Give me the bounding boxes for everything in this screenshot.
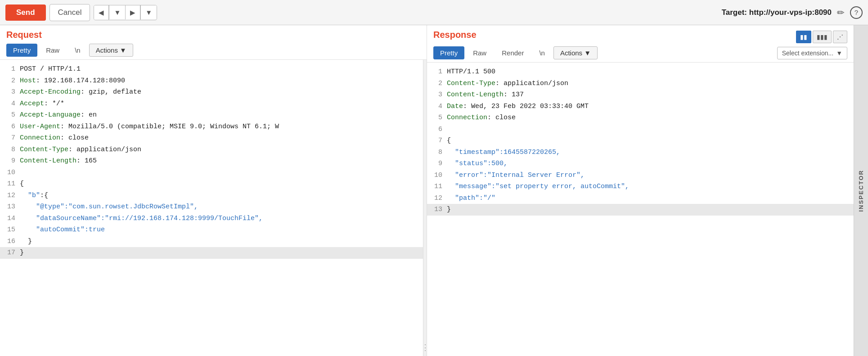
view-toggle-grid[interactable]: ⋰ <box>833 31 847 43</box>
response-panel: Response ▮▮ ▮▮▮ ⋰ Pretty Raw Render \n A… <box>427 25 854 356</box>
line-number: 3 <box>431 89 442 101</box>
code-line: 4Accept: */* <box>0 98 423 110</box>
line-content: Connection: close <box>20 132 419 144</box>
line-content: Accept-Encoding: gzip, deflate <box>20 86 419 98</box>
toolbar-right: Target: http://your-vps-ip:8090 ✏ ? <box>722 6 863 19</box>
nav-forward-button[interactable]: ▶ <box>126 5 140 20</box>
code-line: 7{ <box>427 135 854 147</box>
line-number: 16 <box>4 236 15 248</box>
code-line: 5Connection: close <box>427 112 854 124</box>
response-tab-newline[interactable]: \n <box>532 46 552 59</box>
request-title: Request <box>6 30 420 40</box>
line-content: Content-Length: 165 <box>20 155 419 167</box>
line-number: 17 <box>4 247 15 259</box>
request-panel: Request Pretty Raw \n Actions ▼ 1POST / … <box>0 25 427 356</box>
edit-target-button[interactable]: ✏ <box>837 7 845 18</box>
line-content: "path":"/" <box>447 193 850 204</box>
line-content: Accept: */* <box>20 98 419 110</box>
line-content: Content-Type: application/json <box>20 144 419 156</box>
line-number: 8 <box>431 147 442 158</box>
view-toggle-list[interactable]: ▮▮▮ <box>813 31 832 43</box>
line-number: 13 <box>4 201 15 213</box>
line-number: 5 <box>431 112 442 124</box>
request-tab-actions[interactable]: Actions ▼ <box>89 44 133 57</box>
code-line: 4Date: Wed, 23 Feb 2022 03:33:40 GMT <box>427 101 854 113</box>
nav-back-dropdown-button[interactable]: ▼ <box>109 5 126 19</box>
line-content: "status":500, <box>447 158 850 170</box>
code-line: 3Accept-Encoding: gzip, deflate <box>0 86 423 98</box>
line-number: 14 <box>4 213 15 225</box>
code-line: 14 "dataSourceName":"rmi://192.168.174.1… <box>0 213 423 225</box>
response-actions-chevron-icon: ▼ <box>584 49 591 57</box>
view-toggles: ▮▮ ▮▮▮ ⋰ <box>796 31 847 43</box>
line-content: Host: 192.168.174.128:8090 <box>20 75 419 87</box>
help-button[interactable]: ? <box>850 6 863 19</box>
line-number: 13 <box>431 204 442 216</box>
nav-forward-dropdown-button[interactable]: ▼ <box>140 5 157 19</box>
line-content: Connection: close <box>447 112 850 124</box>
toolbar: Send Cancel ◀ ▼ ▶ ▼ Target: http://your-… <box>0 0 868 25</box>
main-area: Request Pretty Raw \n Actions ▼ 1POST / … <box>0 25 868 356</box>
code-line: 1HTTP/1.1 500 <box>427 66 854 78</box>
line-number: 6 <box>431 124 442 135</box>
toolbar-left: Send Cancel ◀ ▼ ▶ ▼ <box>5 4 157 21</box>
code-line: 7Connection: close <box>0 132 423 144</box>
request-code-content: 1POST / HTTP/1.12Host: 192.168.174.128:8… <box>0 60 423 262</box>
line-content: Accept-Language: en <box>20 109 419 121</box>
response-panel-header: Response ▮▮ ▮▮▮ ⋰ Pretty Raw Render \n A… <box>427 25 854 63</box>
line-number: 4 <box>431 101 442 113</box>
line-number: 9 <box>4 155 15 167</box>
inspector-sidebar: INSPECTOR <box>854 25 868 356</box>
line-number: 2 <box>4 75 15 87</box>
response-tab-pretty[interactable]: Pretty <box>433 46 464 59</box>
line-content: "autoCommit":true <box>20 224 419 236</box>
response-tab-render[interactable]: Render <box>495 46 531 59</box>
code-line: 12 "b":{ <box>0 190 423 202</box>
line-content: HTTP/1.1 500 <box>447 66 850 78</box>
line-number: 10 <box>431 170 442 181</box>
code-line: 10 <box>0 167 423 179</box>
code-line: 12 "path":"/" <box>427 193 854 204</box>
line-content: "dataSourceName":"rmi://192.168.174.128:… <box>20 213 419 225</box>
request-tab-bar: Pretty Raw \n Actions ▼ <box>6 44 420 57</box>
code-line: 9Content-Length: 165 <box>0 155 423 167</box>
cancel-button[interactable]: Cancel <box>49 4 90 21</box>
code-line: 1POST / HTTP/1.1 <box>0 63 423 75</box>
request-code-area[interactable]: 1POST / HTTP/1.12Host: 192.168.174.128:8… <box>0 60 423 356</box>
line-number: 2 <box>431 78 442 90</box>
code-line: 11{ <box>0 178 423 190</box>
line-content: POST / HTTP/1.1 <box>20 63 419 75</box>
line-number: 4 <box>4 98 15 110</box>
line-number: 9 <box>431 158 442 170</box>
code-line: 17} <box>0 247 423 259</box>
select-extension-dropdown[interactable]: Select extension... ▼ <box>777 47 847 59</box>
send-button[interactable]: Send <box>5 5 46 21</box>
view-toggle-split[interactable]: ▮▮ <box>796 31 811 43</box>
request-tab-newline[interactable]: \n <box>68 44 87 57</box>
line-number: 5 <box>4 109 15 121</box>
line-content: User-Agent: Mozilla/5.0 (compatible; MSI… <box>20 121 419 133</box>
inspector-label: INSPECTOR <box>858 170 864 212</box>
line-number: 7 <box>431 135 442 147</box>
line-content: "message":"set property error, autoCommi… <box>447 181 850 193</box>
code-line: 11 "message":"set property error, autoCo… <box>427 181 854 193</box>
nav-back-button[interactable]: ◀ <box>94 5 109 20</box>
code-line: 15 "autoCommit":true <box>0 224 423 236</box>
response-tab-raw[interactable]: Raw <box>466 46 493 59</box>
line-content: Content-Length: 137 <box>447 89 850 101</box>
request-tab-raw[interactable]: Raw <box>39 44 66 57</box>
request-code-wrapper: 1POST / HTTP/1.12Host: 192.168.174.128:8… <box>0 60 427 356</box>
code-line: 13} <box>427 204 854 216</box>
line-content: "@type":"com.sun.rowset.JdbcRowSetImpl", <box>20 201 419 213</box>
line-content <box>20 167 419 179</box>
request-tab-pretty[interactable]: Pretty <box>6 44 37 57</box>
response-tab-actions[interactable]: Actions ▼ <box>553 46 598 59</box>
code-line: 16 } <box>0 236 423 248</box>
request-scrollbar[interactable]: ⋮ <box>423 60 427 356</box>
line-content: } <box>20 247 419 259</box>
line-content: } <box>20 236 419 248</box>
response-code-area[interactable]: 1HTTP/1.1 5002Content-Type: application/… <box>427 63 854 356</box>
line-content: "timestamp":1645587220265, <box>447 147 850 158</box>
code-line: 2Host: 192.168.174.128:8090 <box>0 75 423 87</box>
actions-chevron-icon: ▼ <box>120 46 126 54</box>
